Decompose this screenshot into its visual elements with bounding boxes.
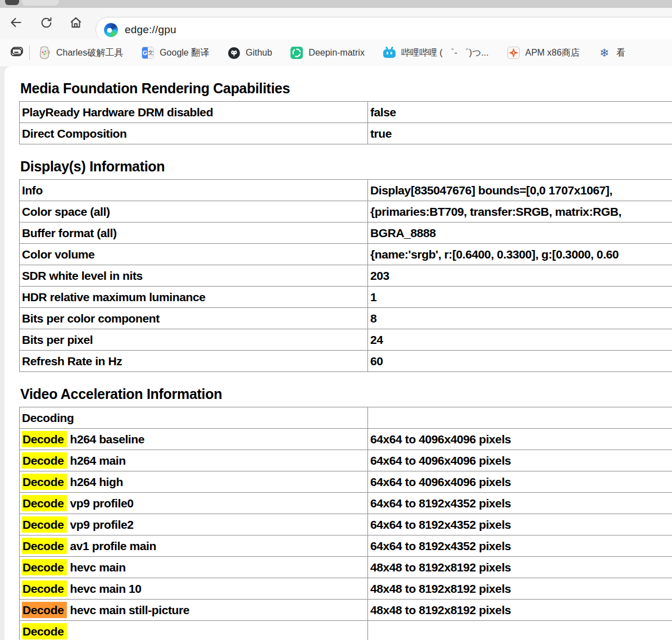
row-label-rest: vp9 profile0	[70, 497, 133, 510]
bookmark-deepin-matrix[interactable]: Deepin-matrix	[290, 46, 365, 60]
row-value	[368, 407, 672, 429]
row-label: Info	[20, 180, 368, 201]
apps-sidebar-button[interactable]	[10, 46, 24, 60]
bookmark-label: Deepin-matrix	[308, 48, 365, 58]
back-icon	[8, 15, 23, 32]
row-value: 203	[368, 265, 672, 287]
find-active-match-highlight: Decode	[22, 602, 67, 618]
row-label: Decodehevc main	[20, 557, 368, 578]
apm-store-icon	[507, 46, 520, 60]
bookmarks-bar: Charles破解工具 G文 Google 翻译 Github	[0, 39, 672, 66]
row-label: Bits per color component	[20, 308, 368, 329]
gpu-info-page: Media Foundation Rendering Capabilities …	[4, 66, 672, 640]
bookmarks-divider	[29, 46, 30, 60]
table-row: Direct Composition true	[20, 123, 672, 144]
bookmark-apm-store[interactable]: APM x86商店	[507, 46, 580, 60]
row-label: Decode	[20, 621, 368, 640]
bookmark-label: 哔哩哔哩 ( ゜- ゜)つ...	[401, 47, 489, 59]
row-value: {name:'srgb', r:[0.6400, 0.3300], g:[0.3…	[368, 244, 672, 265]
table-row: Decoding	[20, 407, 672, 429]
display-info-table: Info Display[835047676] bounds=[0,0 1707…	[19, 179, 672, 372]
table-row: Color volume {name:'srgb', r:[0.6400, 0.…	[20, 244, 672, 265]
google-translate-icon: G文	[141, 46, 155, 60]
table-row: Decodevp9 profile0 64x64 to 8192x4352 pi…	[20, 493, 672, 514]
find-match-highlight: Decode	[22, 452, 67, 469]
github-icon	[227, 46, 240, 60]
table-row: Decodehevc main 48x48 to 8192x8192 pixel…	[20, 557, 672, 578]
row-label-rest: hevc main 10	[70, 582, 141, 595]
refresh-button[interactable]	[35, 12, 57, 35]
row-label: Decodevp9 profile2	[20, 514, 368, 535]
bookmark-google-translate[interactable]: G文 Google 翻译	[141, 46, 209, 60]
row-value: true	[368, 123, 672, 144]
row-label: Refresh Rate in Hz	[20, 351, 368, 372]
table-row: Decodeh264 high 64x64 to 4096x4096 pixel…	[20, 471, 672, 493]
bookmark-github[interactable]: Github	[227, 46, 272, 60]
back-button[interactable]	[4, 12, 27, 35]
table-row: Decodehevc main 10 48x48 to 8192x8192 pi…	[20, 578, 672, 600]
find-match-highlight: Decode	[22, 516, 67, 533]
table-row: Color space (all) {primaries:BT709, tran…	[20, 201, 672, 223]
row-value: 64x64 to 4096x4096 pixels	[368, 429, 672, 450]
tab-fragment-dark[interactable]	[5, 0, 19, 5]
table-row: Decodeh264 main 64x64 to 4096x4096 pixel…	[20, 450, 672, 471]
table-row: Decodeh264 baseline 64x64 to 4096x4096 p…	[20, 429, 672, 450]
row-label-rest: h264 high	[70, 475, 122, 488]
row-label-rest: h264 main	[70, 454, 125, 467]
row-value: 64x64 to 4096x4096 pixels	[368, 450, 672, 471]
table-row: SDR white level in nits 203	[20, 265, 672, 287]
row-label: Decodeav1 profile main	[20, 535, 368, 557]
find-match-highlight: Decode	[22, 495, 67, 511]
row-label: Decodevp9 profile0	[20, 493, 368, 514]
bookmark-snowflake[interactable]: ❄ 看	[598, 46, 625, 60]
table-row: Info Display[835047676] bounds=[0,0 1707…	[20, 180, 672, 201]
row-label-rest: hevc main still-picture	[70, 603, 189, 616]
bilibili-icon	[383, 46, 396, 60]
table-row: Decodeav1 profile main 64x64 to 8192x435…	[20, 535, 672, 557]
row-label-rest: h264 baseline	[70, 433, 144, 446]
row-value: 64x64 to 8192x4352 pixels	[368, 493, 672, 514]
find-match-highlight: Decode	[22, 559, 67, 575]
row-value: 64x64 to 4096x4096 pixels	[368, 471, 672, 493]
url-text[interactable]: edge://gpu	[125, 24, 176, 36]
find-match-highlight: Decode	[22, 474, 67, 490]
row-label-rest: hevc main	[70, 561, 125, 574]
table-row: Buffer format (all) BGRA_8888	[20, 223, 672, 244]
row-label: SDR white level in nits	[20, 265, 368, 287]
row-label: Color space (all)	[20, 201, 368, 223]
bookmark-charles[interactable]: Charles破解工具	[38, 46, 123, 60]
row-value: Display[835047676] bounds=[0,0 1707x1067…	[368, 180, 672, 201]
tab-strip	[0, 0, 672, 8]
find-match-highlight: Decode	[22, 431, 67, 447]
row-value: 48x48 to 8192x8192 pixels	[368, 578, 672, 600]
deepin-matrix-icon	[290, 46, 303, 60]
row-label-rest: av1 profile main	[70, 539, 156, 552]
bookmark-bilibili[interactable]: 哔哩哔哩 ( ゜- ゜)つ...	[383, 46, 489, 60]
row-label: Decodehevc main 10	[20, 578, 368, 600]
row-label: PlayReady Hardware DRM disabled	[20, 102, 368, 123]
find-match-highlight: Decode	[22, 580, 67, 597]
home-button[interactable]	[65, 12, 87, 35]
row-label: Decodeh264 high	[20, 471, 368, 493]
row-value: BGRA_8888	[368, 223, 672, 244]
row-value	[368, 621, 672, 640]
table-row: PlayReady Hardware DRM disabled false	[20, 102, 672, 123]
home-icon	[69, 15, 83, 32]
edge-logo-icon	[104, 23, 118, 37]
section-title-media-foundation: Media Foundation Rendering Capabilities	[20, 80, 672, 97]
row-label: Decodehevc main still-picture	[20, 600, 368, 621]
row-value: 24	[368, 329, 672, 351]
row-label: Bits per pixel	[20, 329, 368, 351]
bookmark-label: 看	[616, 47, 625, 59]
row-value: 1	[368, 287, 672, 308]
bookmark-label: Google 翻译	[160, 47, 209, 59]
row-value: 48x48 to 8192x8192 pixels	[368, 557, 672, 578]
row-label: HDR relative maximum luminance	[20, 287, 368, 308]
row-value: false	[368, 102, 672, 123]
row-label: Direct Composition	[20, 123, 368, 144]
find-match-highlight: Decode	[22, 538, 67, 554]
table-row: Decodevp9 profile2 64x64 to 8192x4352 pi…	[20, 514, 672, 535]
tab-fragment-light[interactable]	[22, 0, 59, 6]
row-value: 60	[368, 351, 672, 372]
row-value: 64x64 to 8192x4352 pixels	[368, 514, 672, 535]
